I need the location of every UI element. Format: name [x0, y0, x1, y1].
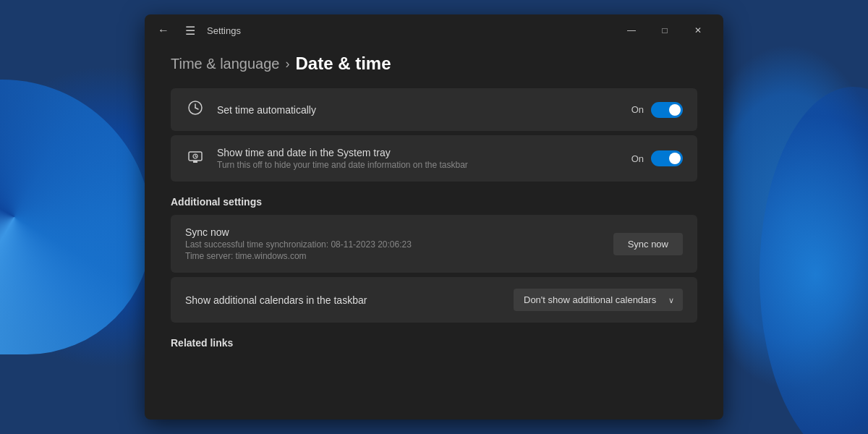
calendar-dropdown-wrapper: Don't show additional calendars Simplifi… — [514, 289, 683, 311]
set-time-toggle[interactable] — [651, 102, 683, 118]
additional-settings-heading: Additional settings — [171, 196, 697, 208]
content-area: Time & language › Date & time Set time a… — [145, 46, 723, 420]
sync-info: Sync now Last successful time synchroniz… — [185, 226, 602, 261]
sync-title: Sync now — [185, 226, 602, 238]
tray-icon — [185, 149, 205, 169]
sync-card: Sync now Last successful time synchroniz… — [171, 215, 697, 273]
menu-button[interactable]: ☰ — [181, 21, 200, 41]
show-time-text: Show time and date in the System tray Tu… — [217, 147, 620, 170]
bg-blob-left — [0, 80, 152, 354]
sync-now-button[interactable]: Sync now — [613, 233, 683, 255]
set-time-text: Set time automatically — [217, 104, 620, 116]
bg-blob-right — [760, 87, 868, 434]
maximize-button[interactable]: □ — [648, 20, 681, 41]
close-button[interactable]: ✕ — [681, 20, 715, 41]
window-controls: — □ ✕ — [615, 20, 715, 41]
title-bar: ← ☰ Settings — □ ✕ — [145, 14, 723, 46]
show-time-toggle[interactable] — [651, 150, 683, 166]
show-time-control: On — [631, 150, 683, 166]
back-button[interactable]: ← — [153, 21, 174, 40]
set-time-row: Set time automatically On — [171, 88, 697, 131]
show-time-sublabel: Turn this off to hide your time and date… — [217, 160, 620, 170]
show-time-row: Show time and date in the System tray Tu… — [171, 135, 697, 182]
set-time-toggle-label: On — [631, 104, 644, 115]
calendar-label: Show additional calendars in the taskbar — [185, 294, 514, 306]
sync-server: Time server: time.windows.com — [185, 251, 602, 261]
breadcrumb-separator: › — [285, 56, 289, 72]
clock-icon — [185, 100, 205, 119]
svg-line-7 — [195, 156, 197, 157]
set-time-control: On — [631, 102, 683, 118]
related-links-heading: Related links — [171, 337, 697, 349]
show-time-label: Show time and date in the System tray — [217, 147, 620, 158]
breadcrumb: Time & language › Date & time — [171, 54, 697, 74]
minimize-button[interactable]: — — [615, 20, 648, 41]
sync-last: Last successful time synchronization: 08… — [185, 239, 602, 250]
svg-line-2 — [195, 108, 198, 109]
show-time-toggle-label: On — [631, 153, 644, 164]
set-time-label: Set time automatically — [217, 104, 620, 116]
breadcrumb-current: Date & time — [295, 54, 391, 74]
calendar-card: Show additional calendars in the taskbar… — [171, 277, 697, 323]
window-title: Settings — [207, 25, 241, 36]
breadcrumb-parent[interactable]: Time & language — [171, 56, 279, 72]
settings-window: ← ☰ Settings — □ ✕ Time & language › Dat… — [145, 14, 723, 420]
calendar-dropdown[interactable]: Don't show additional calendars Simplifi… — [514, 289, 683, 311]
svg-rect-4 — [193, 161, 197, 163]
